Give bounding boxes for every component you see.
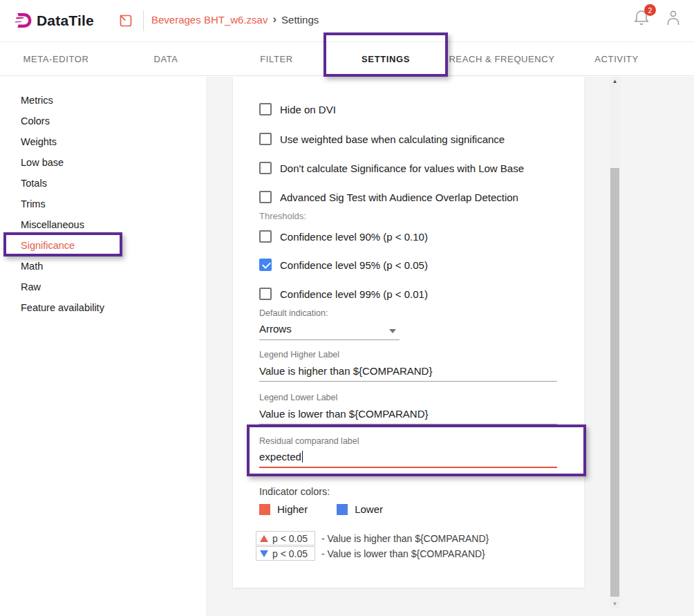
chevron-right-icon: › xyxy=(272,13,276,25)
sidebar-item-low-base[interactable]: Low base xyxy=(0,157,207,178)
scroll-down-icon[interactable]: ▼ xyxy=(610,599,620,609)
thresholds-label: Thresholds: xyxy=(259,211,306,221)
input-underline xyxy=(259,424,557,424)
breadcrumb-current: Settings xyxy=(281,14,319,26)
settings-sidebar: Metrics Colors Weights Low base Totals T… xyxy=(0,77,207,616)
lower-swatch-label: Lower xyxy=(355,503,383,515)
breadcrumb: Beverages BHT_w6.zsav › Settings xyxy=(151,14,319,26)
default-indication-label: Default indication: xyxy=(259,308,328,318)
significance-settings-panel: Hide on DVI Use weighted base when calcu… xyxy=(233,77,584,588)
project-folder-icon[interactable] xyxy=(118,13,133,28)
legend-lower-input[interactable]: Value is lower than ${COMPARAND} xyxy=(259,408,429,420)
scrollbar-thumb[interactable] xyxy=(610,168,619,597)
checkbox[interactable] xyxy=(259,103,272,115)
legend-preview-lower: p < 0.05 - Value is lower than ${COMPARA… xyxy=(256,546,485,561)
sidebar-item-trims[interactable]: Trims xyxy=(0,198,207,219)
lower-color-swatch[interactable] xyxy=(337,504,348,515)
higher-color-swatch[interactable] xyxy=(259,504,270,515)
sidebar-item-math[interactable]: Math xyxy=(0,261,207,281)
sidebar-item-significance[interactable]: Significance xyxy=(0,240,207,261)
scrollbar[interactable]: ▲ ▼ xyxy=(610,77,620,609)
tab-settings[interactable]: SETTINGS xyxy=(330,42,441,76)
sidebar-item-feature-availability[interactable]: Feature availability xyxy=(0,302,207,323)
checkbox-row-advanced-sig-test[interactable]: Advanced Sig Test with Audience Overlap … xyxy=(259,191,518,203)
checkbox-row-confidence-90[interactable]: Confidence level 90% (p < 0.10) xyxy=(259,230,428,243)
notifications-button[interactable]: 2 xyxy=(633,8,650,28)
sidebar-item-raw[interactable]: Raw xyxy=(0,281,207,302)
legend-description-higher: - Value is higher than ${COMPARAND} xyxy=(321,533,489,544)
header-divider xyxy=(143,10,144,31)
checkbox-row-hide-on-dvi[interactable]: Hide on DVI xyxy=(259,103,336,115)
checkbox[interactable] xyxy=(259,191,272,203)
tab-reach-frequency[interactable]: REACH & FREQUENCY xyxy=(447,42,557,76)
default-indication-select[interactable]: Arrows xyxy=(259,323,292,335)
checkbox-row-no-sig-low-base[interactable]: Don't calculate Significance for values … xyxy=(259,162,524,174)
legend-chip-lower: p < 0.05 xyxy=(256,546,315,561)
account-button[interactable] xyxy=(665,8,682,28)
checkbox-row-confidence-95[interactable]: Confidence level 95% (p < 0.05) xyxy=(259,259,428,271)
select-underline xyxy=(259,339,400,340)
legend-description-lower: - Value is lower than ${COMPARAND} xyxy=(321,548,485,559)
sidebar-item-metrics[interactable]: Metrics xyxy=(0,95,207,115)
tab-data[interactable]: DATA xyxy=(131,42,200,76)
tab-bar: META-EDITOR DATA FILTER SETTINGS REACH &… xyxy=(0,41,694,76)
checkbox[interactable] xyxy=(259,230,272,243)
sidebar-item-totals[interactable]: Totals xyxy=(0,178,207,198)
legend-chip-higher: p < 0.05 xyxy=(256,531,315,545)
checkbox[interactable] xyxy=(259,133,272,145)
checkbox-row-weighted-base[interactable]: Use weighted base when calculating signi… xyxy=(259,133,505,145)
sidebar-item-colors[interactable]: Colors xyxy=(0,115,207,136)
breadcrumb-project[interactable]: Beverages BHT_w6.zsav xyxy=(151,14,268,26)
logo-text: DataTile xyxy=(37,12,94,29)
down-arrow-icon xyxy=(260,550,268,557)
text-cursor xyxy=(302,451,303,463)
indicator-colors-label: Indicator colors: xyxy=(259,486,330,497)
input-underline xyxy=(259,381,557,382)
residual-comparand-input[interactable]: expected xyxy=(259,451,303,463)
person-icon xyxy=(665,8,682,26)
checkbox-checked[interactable] xyxy=(259,259,272,271)
datatile-logo-icon xyxy=(14,11,32,30)
legend-preview-higher: p < 0.05 - Value is higher than ${COMPAR… xyxy=(256,531,489,545)
legend-higher-label: Legend Higher Label xyxy=(259,350,339,360)
tab-filter[interactable]: FILTER xyxy=(242,42,311,76)
higher-swatch-label: Higher xyxy=(277,503,308,515)
app-header: DataTile Beverages BHT_w6.zsav › Setting… xyxy=(0,0,694,41)
scroll-up-icon[interactable]: ▲ xyxy=(610,77,620,86)
checkbox-row-confidence-99[interactable]: Confidence level 99% (p < 0.01) xyxy=(259,288,428,300)
chevron-down-icon[interactable] xyxy=(389,329,396,333)
sidebar-item-weights[interactable]: Weights xyxy=(0,136,207,157)
focused-input-underline xyxy=(259,467,557,468)
tab-meta-editor[interactable]: META-EDITOR xyxy=(7,42,105,76)
notification-badge: 2 xyxy=(644,4,656,16)
app-logo[interactable]: DataTile xyxy=(14,11,94,30)
sidebar-item-miscellaneous[interactable]: Miscellaneous xyxy=(0,219,207,240)
up-arrow-icon xyxy=(260,535,268,542)
tab-activity[interactable]: ACTIVITY xyxy=(568,42,665,76)
indicator-colors-row: Higher Lower xyxy=(259,503,383,515)
checkbox[interactable] xyxy=(259,288,272,300)
legend-higher-input[interactable]: Value is higher than ${COMPARAND} xyxy=(259,365,432,377)
residual-comparand-label: Residual comparand label xyxy=(259,436,359,446)
checkbox[interactable] xyxy=(259,162,272,174)
legend-lower-label: Legend Lower Label xyxy=(259,393,337,402)
